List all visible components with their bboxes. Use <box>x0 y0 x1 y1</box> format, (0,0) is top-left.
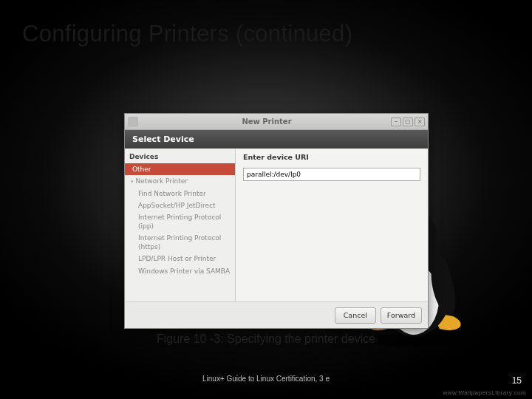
watermark: www.WallpapersLibrary.com <box>443 389 526 396</box>
slide-title: Configuring Printers (continued) <box>22 21 352 47</box>
dialog-button-bar: Cancel Forward <box>125 301 428 328</box>
device-item-appsocket[interactable]: AppSocket/HP JetDirect <box>125 200 235 211</box>
window-app-icon <box>128 117 138 127</box>
device-item-lpd[interactable]: LPD/LPR Host or Printer <box>125 253 235 265</box>
device-item-other[interactable]: Other <box>125 163 235 175</box>
slide-footer: Linux+ Guide to Linux Certification, 3 e <box>0 375 532 383</box>
device-item-ipp[interactable]: Internet Printing Protocol (ipp) <box>125 211 235 232</box>
device-item-network-printer[interactable]: Network Printer <box>125 175 235 187</box>
cancel-button[interactable]: Cancel <box>335 307 376 324</box>
device-list-header: Devices <box>125 151 235 163</box>
device-uri-pane: Enter device URI <box>236 149 428 301</box>
forward-button[interactable]: Forward <box>381 307 422 324</box>
dialog-header: Select Device <box>125 130 428 149</box>
window-close-button[interactable]: × <box>415 117 425 126</box>
window-minimize-button[interactable]: – <box>391 117 401 126</box>
figure-caption: Figure 10 -3: Specifying the printer dev… <box>0 332 532 346</box>
device-uri-input[interactable] <box>243 168 420 181</box>
new-printer-dialog: New Printer – ▢ × Select Device Devices … <box>124 113 429 329</box>
page-number: 15 <box>512 375 522 386</box>
window-maximize-button[interactable]: ▢ <box>403 117 413 126</box>
device-item-samba[interactable]: Windows Printer via SAMBA <box>125 265 235 277</box>
device-item-ipp-https[interactable]: Internet Printing Protocol (https) <box>125 232 235 253</box>
device-item-find-network[interactable]: Find Network Printer <box>125 188 235 200</box>
device-uri-label: Enter device URI <box>243 153 420 161</box>
device-list: Devices Other Network Printer Find Netwo… <box>125 149 236 301</box>
window-titlebar: New Printer – ▢ × <box>125 114 428 130</box>
window-title: New Printer <box>143 117 391 126</box>
